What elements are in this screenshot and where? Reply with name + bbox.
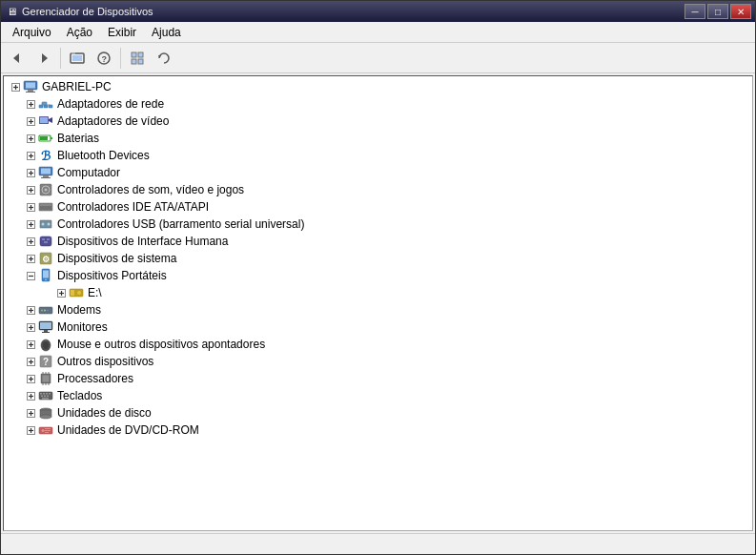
- toolbar-sep2: [120, 48, 121, 69]
- tree-item[interactable]: Dispositivos Portáteis: [4, 267, 752, 284]
- item-expander[interactable]: [23, 371, 38, 386]
- generic-icon: [38, 165, 53, 180]
- close-button[interactable]: ✕: [730, 4, 751, 19]
- back-button[interactable]: [5, 46, 30, 71]
- forward-button[interactable]: [31, 46, 56, 71]
- item-expander[interactable]: [23, 251, 38, 266]
- mouse-icon: [38, 337, 53, 352]
- item-expander[interactable]: [23, 96, 38, 112]
- tree-item[interactable]: ? Outros dispositivos: [4, 353, 752, 370]
- svg-rect-133: [40, 393, 42, 395]
- svg-text:⚙: ⚙: [42, 255, 50, 264]
- network-icon: [38, 96, 53, 112]
- item-label: Controladores USB (barramento serial uni…: [57, 217, 304, 231]
- root-label: GABRIEL-PC: [42, 80, 112, 93]
- svg-rect-10: [138, 59, 143, 64]
- menu-acao[interactable]: Ação: [59, 24, 100, 41]
- item-expander[interactable]: [23, 113, 38, 129]
- status-bar: [1, 533, 755, 554]
- item-expander[interactable]: [23, 405, 38, 421]
- svg-rect-91: [71, 290, 74, 296]
- item-expander[interactable]: [23, 148, 38, 163]
- item-expander[interactable]: [23, 388, 38, 403]
- svg-rect-85: [43, 271, 49, 278]
- svg-marker-34: [49, 117, 52, 123]
- tree-item[interactable]: Modems: [4, 301, 752, 319]
- root-icon: [23, 79, 38, 94]
- svg-point-92: [77, 291, 81, 295]
- portable-icon: [38, 268, 53, 283]
- show-hidden-button[interactable]: [65, 46, 90, 71]
- menu-arquivo[interactable]: Arquivo: [5, 24, 59, 41]
- svg-point-57: [45, 189, 48, 192]
- bluetooth-icon: ℬ: [38, 148, 53, 163]
- tree-item[interactable]: Monitores: [4, 319, 752, 336]
- svg-rect-7: [132, 52, 136, 57]
- item-expander[interactable]: [23, 337, 38, 352]
- item-label: Monitores: [57, 320, 108, 334]
- tree-item[interactable]: Controladores de som, vídeo e jogos: [4, 181, 752, 198]
- tree-item[interactable]: Teclados: [4, 387, 752, 404]
- tree-item[interactable]: Controladores IDE ATA/ATAPI: [4, 198, 752, 216]
- refresh-button[interactable]: [152, 46, 176, 71]
- item-expander[interactable]: [23, 165, 38, 180]
- item-expander[interactable]: [23, 131, 38, 146]
- svg-marker-1: [42, 53, 48, 63]
- drive-icon: [69, 285, 84, 300]
- item-expander[interactable]: [23, 354, 38, 369]
- svg-rect-134: [43, 393, 45, 395]
- svg-point-69: [48, 223, 51, 226]
- monitor-icon: [38, 319, 53, 335]
- tree-item[interactable]: Mouse e outros dispositivos apontadores: [4, 336, 752, 353]
- item-expander[interactable]: [53, 285, 69, 300]
- device-tree[interactable]: GABRIEL-PC Adaptadores de rede Adaptador…: [4, 76, 752, 530]
- item-expander[interactable]: [23, 319, 38, 335]
- disk-icon: [38, 405, 53, 421]
- tree-item[interactable]: Processadores: [4, 370, 752, 387]
- item-label: Processadores: [57, 372, 133, 385]
- minimize-button[interactable]: ─: [684, 4, 705, 19]
- svg-rect-63: [40, 206, 51, 210]
- item-expander[interactable]: [23, 182, 38, 197]
- svg-rect-8: [138, 52, 143, 57]
- maximize-button[interactable]: □: [707, 4, 728, 19]
- tree-item[interactable]: Dispositivos de Interface Humana: [4, 233, 752, 250]
- tree-item[interactable]: Baterias: [4, 130, 752, 147]
- tree-item[interactable]: E:\: [4, 284, 752, 301]
- tree-item[interactable]: Controladores USB (barramento serial uni…: [4, 216, 752, 233]
- item-expander[interactable]: [23, 234, 38, 249]
- svg-marker-0: [13, 53, 19, 63]
- item-label: Modems: [57, 303, 101, 317]
- tree-item[interactable]: Unidades de disco: [4, 404, 752, 421]
- item-expander[interactable]: [23, 268, 38, 283]
- svg-rect-75: [47, 238, 50, 240]
- svg-rect-140: [42, 398, 49, 400]
- svg-rect-104: [40, 322, 51, 329]
- help-button[interactable]: ?: [92, 46, 116, 71]
- svg-rect-33: [40, 117, 48, 123]
- ide-icon: [38, 199, 53, 215]
- svg-rect-23: [44, 105, 48, 108]
- svg-rect-76: [44, 241, 48, 243]
- item-expander[interactable]: [23, 302, 38, 318]
- svg-rect-16: [26, 83, 35, 89]
- title-bar: 🖥 Gerenciador de Dispositivos ─ □ ✕: [1, 1, 755, 22]
- view-button[interactable]: [125, 46, 150, 71]
- tree-item[interactable]: Adaptadores de vídeo: [4, 113, 752, 130]
- item-expander[interactable]: [23, 199, 38, 215]
- root-expander[interactable]: [8, 79, 23, 94]
- item-label: Adaptadores de rede: [57, 97, 164, 111]
- tree-root[interactable]: GABRIEL-PC: [4, 78, 752, 95]
- item-expander[interactable]: [23, 216, 38, 232]
- tree-item[interactable]: Unidades de DVD/CD-ROM: [4, 421, 752, 439]
- tree-item[interactable]: ⚙ Dispositivos de sistema: [4, 250, 752, 267]
- tree-item[interactable]: ℬ Bluetooth Devices: [4, 147, 752, 164]
- tree-item[interactable]: Adaptadores de rede: [4, 95, 752, 113]
- tree-items: Adaptadores de rede Adaptadores de vídeo…: [4, 95, 752, 439]
- system-icon: ⚙: [38, 251, 53, 266]
- tree-item[interactable]: Computador: [4, 164, 752, 181]
- window-icon: 🖥: [5, 5, 18, 18]
- menu-ajuda[interactable]: Ajuda: [144, 24, 189, 41]
- item-expander[interactable]: [23, 422, 38, 438]
- menu-exibir[interactable]: Exibir: [100, 24, 144, 41]
